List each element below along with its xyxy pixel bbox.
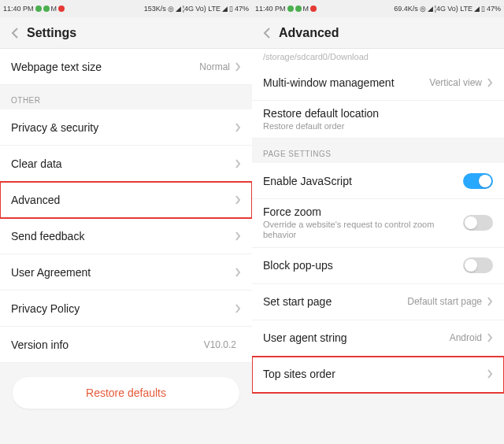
page-title: Advanced	[279, 26, 339, 40]
chevron-right-icon	[235, 195, 241, 205]
row-label: Block pop-ups	[263, 259, 333, 272]
status-time: 11:40 PM	[3, 5, 34, 13]
status-bar: 11:40 PM M 69.4K/s ◎ ◢ ¦4G Vo) LTE ◢ ▯ 4…	[252, 0, 504, 17]
row-label: Advanced	[11, 194, 60, 206]
hotspot-icon: ◎	[420, 5, 426, 13]
toggle-force-zoom[interactable]	[463, 215, 493, 231]
battery-percent: 47%	[487, 5, 501, 13]
status-dot-icon	[295, 6, 302, 12]
back-button[interactable]	[8, 26, 22, 40]
row-force-zoom[interactable]: Force zoom Override a website's request …	[252, 199, 504, 247]
row-user-agent-string[interactable]: User agent string Android	[252, 320, 504, 357]
chevron-right-icon	[235, 268, 241, 277]
row-value: Android	[450, 332, 482, 343]
row-label: Restore default location	[263, 107, 379, 120]
row-label: Version info	[11, 339, 69, 351]
row-privacy-policy[interactable]: Privacy Policy	[0, 290, 252, 327]
battery-icon: ▯	[229, 5, 233, 13]
row-clear-data[interactable]: Clear data	[0, 146, 252, 182]
row-label: User Agreement	[11, 266, 91, 279]
volte-icon: Vo) LTE	[195, 5, 220, 13]
row-set-start-page[interactable]: Set start page Default start page	[252, 284, 504, 320]
status-bar: 11:40 PM M 153K/s ◎ ◢ ¦4G Vo) LTE ◢ ▯ 47…	[0, 0, 252, 17]
chevron-right-icon	[235, 159, 241, 168]
button-label: Restore defaults	[86, 387, 166, 399]
row-label: Multi-window management	[263, 76, 395, 89]
row-send-feedback[interactable]: Send feedback	[0, 218, 252, 254]
title-bar: Settings	[0, 17, 252, 49]
screen-advanced: 11:40 PM M 69.4K/s ◎ ◢ ¦4G Vo) LTE ◢ ▯ 4…	[252, 0, 504, 444]
toggle-block-popups[interactable]	[463, 257, 493, 273]
row-value: V10.0.2	[204, 339, 236, 350]
signal-icon: ◢	[428, 5, 433, 13]
chevron-right-icon	[235, 123, 241, 132]
row-privacy-security[interactable]: Privacy & security	[0, 109, 252, 146]
chevron-right-icon	[487, 78, 493, 87]
row-label: Clear data	[11, 157, 62, 170]
row-label: Enable JavaScript	[263, 175, 352, 187]
screen-settings: 11:40 PM M 153K/s ◎ ◢ ¦4G Vo) LTE ◢ ▯ 47…	[0, 0, 252, 444]
row-label: Privacy Policy	[11, 302, 80, 315]
signal-icon: ◢	[176, 5, 181, 13]
row-label: User agent string	[263, 331, 347, 344]
row-label: Send feedback	[11, 230, 84, 242]
status-dot-icon	[35, 6, 42, 12]
battery-icon: ▯	[481, 5, 485, 13]
chevron-right-icon	[487, 369, 493, 379]
row-label: Force zoom	[263, 205, 457, 218]
restore-defaults-button[interactable]: Restore defaults	[13, 377, 239, 409]
signal-icon: ◢	[474, 5, 480, 13]
row-value: Default start page	[407, 296, 482, 307]
volte-icon: Vo) LTE	[447, 5, 472, 13]
row-user-agreement[interactable]: User Agreement	[0, 254, 252, 290]
network-label: ¦4G	[435, 5, 446, 13]
status-dot-icon	[58, 6, 65, 12]
status-time: 11:40 PM	[255, 5, 286, 13]
back-button[interactable]	[260, 26, 274, 40]
status-mail-icon: M	[303, 5, 309, 13]
chevron-right-icon	[487, 297, 493, 306]
page-title: Settings	[27, 26, 76, 40]
battery-percent: 47%	[235, 5, 249, 13]
row-value: Normal	[199, 61, 230, 72]
title-bar: Advanced	[252, 17, 504, 49]
status-speed: 153K/s	[144, 5, 166, 13]
status-dot-icon	[287, 6, 294, 12]
row-version-info[interactable]: Version info V10.0.2	[0, 327, 252, 363]
status-dot-icon	[43, 6, 50, 12]
row-advanced[interactable]: Advanced	[0, 182, 252, 218]
row-label: Top sites order	[263, 368, 335, 380]
network-label: ¦4G	[183, 5, 194, 13]
chevron-right-icon	[487, 333, 493, 342]
status-dot-icon	[310, 6, 317, 12]
row-top-sites-order[interactable]: Top sites order	[252, 357, 504, 393]
chevron-right-icon	[235, 304, 241, 313]
row-restore-default-location[interactable]: Restore default location Restore default…	[252, 101, 504, 139]
row-block-popups[interactable]: Block pop-ups	[252, 248, 504, 284]
row-enable-javascript[interactable]: Enable JavaScript	[252, 163, 504, 199]
row-subtext: Restore default order	[263, 121, 379, 131]
toggle-enable-javascript[interactable]	[463, 173, 493, 189]
row-label: Privacy & security	[11, 121, 98, 134]
chevron-right-icon	[235, 62, 241, 72]
row-subtext: Override a website's request to control …	[263, 220, 457, 240]
signal-icon: ◢	[222, 5, 228, 13]
chevron-right-icon	[235, 231, 241, 241]
row-label: Webpage text size	[11, 61, 102, 73]
row-multi-window[interactable]: Multi-window management Vertical view	[252, 65, 504, 101]
row-value: Vertical view	[429, 77, 482, 88]
section-header-page-settings: PAGE SETTINGS	[252, 139, 504, 163]
hotspot-icon: ◎	[168, 5, 174, 13]
download-path-text: /storage/sdcard0/Download	[252, 49, 504, 65]
status-speed: 69.4K/s	[394, 5, 418, 13]
row-label: Set start page	[263, 295, 332, 308]
row-webpage-text-size[interactable]: Webpage text size Normal	[0, 49, 252, 85]
status-mail-icon: M	[51, 5, 57, 13]
section-header-other: OTHER	[0, 85, 252, 109]
